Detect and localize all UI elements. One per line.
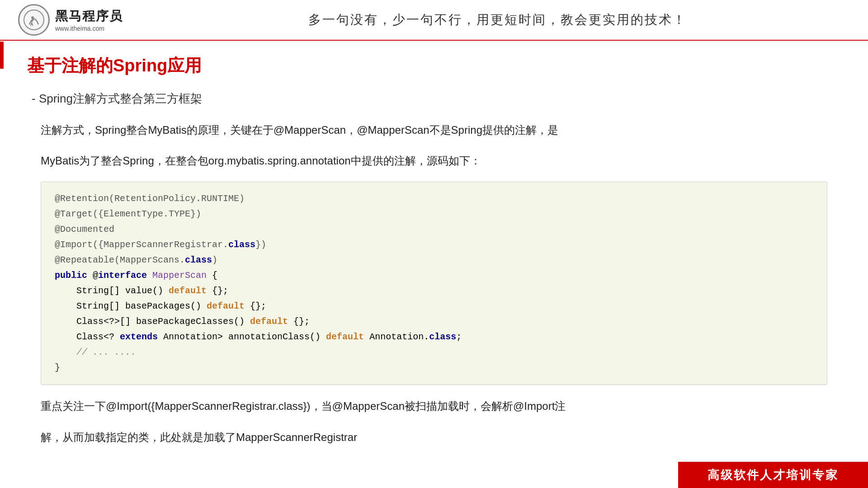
logo-svg bbox=[23, 9, 45, 31]
code-line-11: // ... .... bbox=[55, 345, 813, 360]
page-title: 基于注解的Spring应用 bbox=[27, 54, 841, 77]
description-line2: MyBatis为了整合Spring，在整合包org.mybatis.spring… bbox=[41, 151, 841, 170]
bottom-desc-1: 重点关注一下@Import({MapperScannerRegistrar.cl… bbox=[41, 396, 841, 416]
footer-text: 高级软件人才培训专家 bbox=[708, 467, 839, 483]
code-line-3: @Documented bbox=[55, 222, 813, 237]
code-line-4: @Import({MapperScannerRegistrar.class}) bbox=[55, 237, 813, 253]
code-block: @Retention(RetentionPolicy.RUNTIME) @Tar… bbox=[41, 182, 827, 385]
code-line-8: String[] basePackages() default {}; bbox=[55, 299, 813, 314]
header: 黑马程序员 www.itheima.com 多一句没有，少一句不行，用更短时间，… bbox=[0, 0, 868, 41]
code-line-2: @Target({ElementType.TYPE}) bbox=[55, 206, 813, 222]
logo-icon bbox=[18, 4, 50, 36]
logo-text: 黑马程序员 www.itheima.com bbox=[55, 8, 123, 32]
subtitle: - Spring注解方式整合第三方框架 bbox=[32, 91, 841, 107]
main-content: 基于注解的Spring应用 - Spring注解方式整合第三方框架 注解方式，S… bbox=[0, 41, 868, 472]
code-line-10: Class<? extends Annotation> annotationCl… bbox=[55, 329, 813, 345]
brand-name: 黑马程序员 bbox=[55, 8, 123, 25]
logo-area: 黑马程序员 www.itheima.com bbox=[18, 4, 145, 36]
svg-point-1 bbox=[31, 16, 34, 19]
bottom-desc-2: 解，从而加载指定的类，此处就是加载了MapperScannerRegistrar bbox=[41, 427, 841, 447]
website-url: www.itheima.com bbox=[55, 25, 123, 32]
description-line1: 注解方式，Spring整合MyBatis的原理，关键在于@MapperScan，… bbox=[41, 120, 841, 140]
header-slogan: 多一句没有，少一句不行，用更短时间，教会更实用的技术！ bbox=[145, 11, 850, 28]
code-line-9: Class<?>[] basePackageClasses() default … bbox=[55, 314, 813, 329]
red-accent-bar bbox=[0, 42, 4, 69]
code-line-7: String[] value() default {}; bbox=[55, 283, 813, 299]
code-line-1: @Retention(RetentionPolicy.RUNTIME) bbox=[55, 191, 813, 206]
code-line-12: } bbox=[55, 360, 813, 375]
code-line-5: @Repeatable(MapperScans.class) bbox=[55, 253, 813, 268]
svg-line-5 bbox=[32, 23, 33, 26]
footer-bar: 高级软件人才培训专家 bbox=[678, 462, 868, 488]
code-line-6: public @interface MapperScan { bbox=[55, 268, 813, 283]
